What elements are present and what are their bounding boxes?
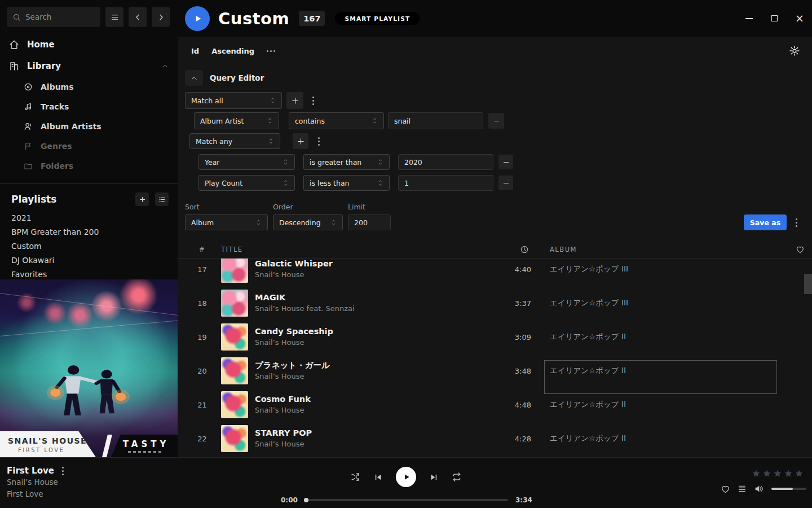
- track-row[interactable]: 21 Cosmo Funk Snail’s House 4:48 エイリアン☆ポ…: [178, 388, 812, 422]
- library-list-item[interactable]: Genres: [0, 136, 178, 156]
- rule-value-input[interactable]: 1: [398, 175, 493, 191]
- column-header-title[interactable]: TITLE: [221, 246, 248, 253]
- seek-handle[interactable]: [304, 498, 308, 502]
- playlist-item[interactable]: BPM Greater than 200: [0, 225, 178, 239]
- track-row[interactable]: 18 MAGIK Snail’s House feat. Sennzai 3:3…: [178, 286, 812, 320]
- order-select[interactable]: Descending: [273, 214, 343, 230]
- track-number: 21: [192, 401, 213, 409]
- root-match-row: Match all: [178, 92, 812, 109]
- play-pause-button[interactable]: [396, 467, 416, 487]
- now-playing-album-art[interactable]: SNAIL'S HOUSE FIRST LOVE TASTY: [0, 279, 178, 457]
- library-list-item[interactable]: Folders: [0, 156, 178, 176]
- previous-track-icon[interactable]: [374, 473, 382, 481]
- star-icon[interactable]: [752, 469, 761, 478]
- menu-button[interactable]: [105, 7, 123, 27]
- duration-column-icon[interactable]: [520, 245, 529, 254]
- playlist-item[interactable]: 2021: [0, 211, 178, 225]
- track-row[interactable]: 22 STARRY POP Snail’s House 4:28 エイリアン☆ポ…: [178, 422, 812, 456]
- chevron-up-icon: [191, 75, 198, 82]
- rule-operator-select[interactable]: contains: [289, 112, 384, 129]
- save-as-button[interactable]: Save as: [744, 214, 787, 230]
- track-album[interactable]: エイリアン☆ポップ II: [550, 433, 777, 444]
- now-playing-menu-button[interactable]: [62, 467, 64, 475]
- add-rule-button[interactable]: [286, 92, 303, 109]
- library-item-label: Album Artists: [41, 122, 102, 131]
- sort-field-button[interactable]: Id: [191, 47, 199, 55]
- remove-rule-button[interactable]: [498, 176, 513, 190]
- library-list-item[interactable]: Tracks: [0, 97, 178, 116]
- sidebar-item-library[interactable]: Library: [0, 55, 178, 77]
- search-box[interactable]: [7, 7, 100, 27]
- column-header-index[interactable]: #: [192, 246, 213, 253]
- repeat-icon[interactable]: [452, 472, 462, 482]
- remove-rule-button[interactable]: [498, 155, 513, 169]
- track-album-art: [221, 323, 248, 351]
- track-title: Candy Spaceship: [255, 326, 491, 337]
- playlist-options-button[interactable]: [155, 192, 169, 206]
- sort-direction-button[interactable]: Ascending: [211, 47, 254, 55]
- rule-field-select[interactable]: Album Artist: [194, 112, 279, 129]
- library-list-item[interactable]: Albums: [0, 77, 178, 97]
- maximize-icon: [771, 15, 778, 21]
- star-icon[interactable]: [762, 469, 771, 478]
- collapse-query-editor-button[interactable]: [185, 70, 203, 86]
- more-options-button[interactable]: [267, 50, 275, 52]
- library-list-item[interactable]: Album Artists: [0, 116, 178, 136]
- track-row[interactable]: 19 Candy Spaceship Snail’s House 3:09 エイ…: [178, 320, 812, 354]
- limit-input[interactable]: 200: [348, 214, 391, 230]
- sub-group-menu-button[interactable]: [314, 133, 323, 149]
- rule-value-input[interactable]: snail: [388, 112, 483, 129]
- track-album[interactable]: エイリアン☆ポップ II: [550, 366, 777, 376]
- add-sub-rule-button[interactable]: [293, 133, 308, 149]
- sub-match-select[interactable]: Match any: [189, 133, 280, 149]
- track-row[interactable]: 17 Galactic Whisper Snail’s House 4:40 エ…: [178, 259, 812, 286]
- rule-operator-select[interactable]: is less than: [303, 175, 390, 191]
- track-album[interactable]: エイリアン☆ポップ II: [550, 400, 777, 410]
- plus-icon: [139, 196, 146, 203]
- track-album[interactable]: エイリアン☆ポップ III: [550, 298, 777, 308]
- volume-slider[interactable]: [771, 488, 806, 490]
- playlist-item[interactable]: Custom: [0, 239, 178, 253]
- favorite-icon[interactable]: [721, 484, 730, 494]
- rule-group-menu-button[interactable]: [308, 93, 317, 108]
- track-album[interactable]: エイリアン☆ポップ II: [550, 332, 777, 342]
- save-menu-button[interactable]: [792, 214, 801, 230]
- track-album[interactable]: エイリアン☆ポップ III: [550, 264, 777, 274]
- playlist-item[interactable]: DJ Okawari: [0, 253, 178, 268]
- volume-icon[interactable]: [754, 484, 764, 494]
- window-maximize-button[interactable]: [770, 14, 779, 23]
- track-title: Cosmo Funk: [255, 393, 491, 405]
- track-row[interactable]: 20 プラネット・ガール Snail’s House 3:48 エイリアン☆ポッ…: [178, 354, 812, 388]
- scrollbar-thumb[interactable]: [804, 274, 812, 294]
- rule-field-select[interactable]: Play Count: [198, 175, 295, 191]
- star-icon[interactable]: [784, 469, 793, 478]
- play-playlist-button[interactable]: [185, 6, 210, 31]
- limit-label: Limit: [348, 203, 391, 211]
- chevron-up-icon[interactable]: [162, 63, 169, 69]
- nav-back-button[interactable]: [129, 7, 147, 27]
- next-track-icon[interactable]: [430, 473, 438, 481]
- shuffle-icon[interactable]: [350, 472, 360, 482]
- now-playing-track[interactable]: First Love: [7, 466, 54, 476]
- queue-icon[interactable]: [738, 484, 747, 493]
- remove-rule-button[interactable]: [488, 113, 504, 129]
- now-playing-album[interactable]: First Love: [7, 488, 64, 500]
- star-icon[interactable]: [795, 469, 804, 478]
- window-close-button[interactable]: ×: [795, 14, 804, 23]
- gear-icon[interactable]: [789, 45, 800, 56]
- add-playlist-button[interactable]: [135, 192, 149, 206]
- seek-bar[interactable]: [304, 499, 508, 501]
- root-match-select[interactable]: Match all: [185, 92, 282, 109]
- star-icon[interactable]: [773, 469, 782, 478]
- nav-forward-button[interactable]: [152, 7, 170, 27]
- rule-operator-select[interactable]: is greater than: [303, 154, 390, 170]
- rule-field-select[interactable]: Year: [198, 154, 295, 170]
- search-input[interactable]: [25, 12, 87, 21]
- favorite-column-icon[interactable]: [796, 245, 805, 254]
- now-playing-artist[interactable]: Snail’s House: [7, 476, 64, 488]
- rule-value-input[interactable]: 2020: [398, 154, 493, 170]
- sort-select[interactable]: Album: [185, 214, 268, 230]
- sidebar-item-home[interactable]: Home: [0, 34, 178, 55]
- window-minimize-button[interactable]: [744, 14, 753, 23]
- column-header-album[interactable]: ALBUM: [550, 246, 777, 253]
